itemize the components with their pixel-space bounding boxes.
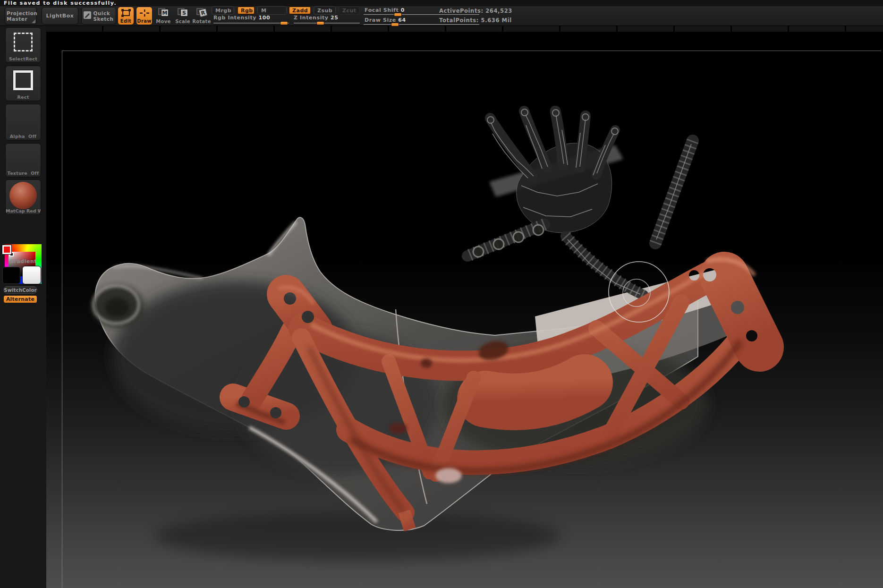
focal-shift-slider[interactable] (364, 14, 479, 15)
z-intensity-handle[interactable] (316, 21, 324, 25)
zadd-button[interactable]: Zadd (289, 6, 311, 15)
rgb-intensity-slider[interactable] (213, 23, 289, 24)
alternate-button[interactable]: Alternate (3, 295, 37, 303)
stroke-selector[interactable]: SelectRect (5, 27, 41, 63)
quick-sketch-button[interactable]: Quick Sketch (81, 7, 116, 25)
move-button[interactable]: M Move (155, 7, 172, 25)
zcut-button[interactable]: Zcut (339, 6, 360, 15)
draw-button[interactable]: Draw (136, 7, 153, 25)
draw-pointer-icon (139, 9, 150, 18)
mrgb-button[interactable]: Mrgb (212, 6, 234, 15)
draw-size-label: Draw Size 64 (365, 17, 406, 23)
main-color-swatch[interactable] (2, 267, 20, 284)
z-intensity-label: Z Intensity 25 (294, 15, 339, 21)
pencil-icon (84, 11, 91, 21)
floor-shadow (155, 511, 561, 561)
matcap-sphere-icon (9, 182, 37, 209)
texture-selector[interactable]: Texture Off (5, 143, 41, 177)
focal-shift-handle[interactable] (394, 13, 402, 17)
secondary-color-swatch[interactable] (22, 266, 41, 284)
rotate-icon: R (196, 8, 207, 17)
status-message: File saved to disk successfully. (4, 0, 117, 6)
z-intensity-slider[interactable] (294, 23, 360, 24)
tool-selector[interactable]: Rect (5, 66, 41, 101)
zbrush-window: File saved to disk successfully. Project… (0, 0, 883, 588)
rect-tool-icon (13, 70, 33, 90)
alpha-selector[interactable]: Alpha Off (5, 104, 41, 140)
projection-master-button[interactable]: Projection Master (5, 7, 37, 25)
scale-icon: S (178, 8, 188, 17)
rgb-intensity-handle[interactable] (280, 21, 288, 25)
popup-corner-icon (32, 19, 35, 23)
scale-button[interactable]: S Scale (174, 7, 191, 25)
current-color-swatch (2, 245, 11, 254)
3d-scene (46, 26, 883, 588)
top-toolbar: Projection Master LightBox Quick Sketch … (0, 6, 883, 26)
lightbox-button[interactable]: LightBox (42, 7, 78, 25)
move-icon: M (158, 8, 169, 17)
ghost-hand-model (467, 109, 693, 295)
rotate-button[interactable]: R Rotate (193, 7, 211, 25)
total-points-stat: TotalPoints: 5.636 Mil (439, 17, 512, 24)
left-shelf: SelectRect Rect Alpha Off Texture Off Ma… (0, 26, 46, 588)
edit-button[interactable]: Edit (118, 7, 134, 25)
viewport-canvas[interactable] (46, 26, 883, 588)
draw-size-slider[interactable] (364, 24, 479, 25)
status-bar: File saved to disk successfully. (0, 0, 883, 6)
rgb-intensity-label: Rgb Intensity 100 (213, 15, 270, 21)
active-points-stat: ActivePoints: 264,523 (439, 8, 512, 14)
select-rect-icon (14, 33, 33, 51)
gradient-label[interactable]: Gradient (0, 258, 46, 264)
m-button[interactable]: M (257, 6, 287, 15)
zsub-button[interactable]: Zsub (314, 6, 336, 15)
edit-transform-icon (121, 9, 131, 18)
material-selector[interactable]: MatCap Red Wa (5, 179, 41, 215)
rgb-button[interactable]: Rgb (237, 6, 255, 15)
switch-color-button[interactable]: SwitchColor (3, 286, 37, 294)
